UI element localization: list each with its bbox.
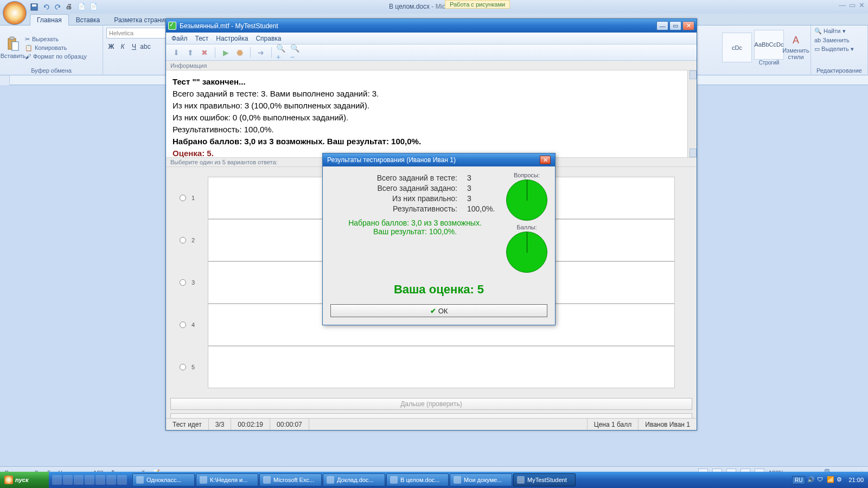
svg-rect-3	[10, 37, 14, 40]
task-4[interactable]: Доклад.doc...	[323, 473, 385, 486]
task-7[interactable]: MyTestStudent	[513, 473, 576, 486]
close-icon[interactable]: ✕	[859, 1, 865, 9]
ribbon-group-font: Helvetica Ж К Ч abc	[103, 25, 170, 75]
task-icon	[263, 476, 271, 484]
answer-radio-5[interactable]	[180, 364, 186, 370]
pie-points: Баллы:	[506, 224, 547, 273]
cut-button[interactable]: ✂Вырезать	[25, 36, 87, 43]
replace-label: Заменить	[822, 37, 849, 43]
office-button[interactable]	[3, 1, 27, 25]
tray-icon[interactable]: 🛡	[817, 476, 825, 484]
task-icon	[327, 476, 334, 484]
task-3[interactable]: Microsoft Exc...	[259, 473, 322, 486]
change-styles-button[interactable]: A Изменить стили	[786, 34, 806, 61]
find-button[interactable]: 🔍 Найти ▾	[814, 28, 846, 35]
restore-icon[interactable]: ▭	[849, 1, 856, 9]
select-button[interactable]: ▭ Выделить ▾	[814, 46, 854, 53]
ql-icon-1[interactable]	[52, 475, 62, 485]
tray-icon[interactable]: ⚙	[837, 476, 844, 484]
minimize-button[interactable]: —	[656, 21, 668, 30]
ql-icon-2[interactable]	[63, 475, 73, 485]
dlg-correct-val: 3	[467, 194, 500, 203]
status-time-remaining: 00:00:07	[270, 419, 309, 430]
tb-prev-icon[interactable]: ⬇	[170, 47, 182, 59]
tb-cancel-icon[interactable]: ✖	[199, 47, 210, 59]
menu-settings[interactable]: Настройка	[216, 35, 248, 42]
task-1[interactable]: Однокласс...	[132, 473, 195, 486]
task-label: В целом.doc...	[400, 477, 440, 483]
tb-play-icon[interactable]: ▶	[220, 47, 232, 59]
answer-radio-1[interactable]	[180, 195, 186, 201]
underline-button[interactable]: Ч	[129, 42, 139, 52]
answer-num-3: 3	[192, 279, 197, 286]
style-thumb-1[interactable]: сDс	[722, 33, 752, 62]
task-5[interactable]: В целом.doc...	[386, 473, 449, 486]
tb-zoom-in-icon[interactable]: 🔍+	[276, 47, 288, 59]
quick-access-toolbar: В целом.docx - Microsoft Word 🖨 📄 📄 Рабо…	[0, 0, 868, 14]
language-indicator[interactable]: RU	[792, 476, 805, 484]
contextual-tab-label[interactable]: Работа с рисунками	[445, 0, 510, 9]
answer-radio-2[interactable]	[180, 237, 186, 243]
strike-button[interactable]: abc	[141, 42, 150, 52]
task-label: Microsoft Exc...	[273, 477, 314, 483]
answer-radio-4[interactable]	[180, 322, 186, 328]
format-painter-button[interactable]: 🖌Формат по образцу	[25, 53, 87, 60]
mytest-titlebar[interactable]: Безымянный.mtf - MyTestStudent — ▭ ✕	[166, 19, 697, 33]
style-thumb-2[interactable]: AaBbCcDс	[754, 30, 784, 60]
task-label: К:\Неделя и...	[210, 477, 247, 483]
minimize-icon[interactable]: —	[839, 1, 846, 9]
check-icon: ✔	[430, 307, 436, 315]
change-styles-label: Изменить стили	[782, 47, 809, 60]
maximize-button[interactable]: ▭	[669, 21, 681, 30]
answer-radio-3[interactable]	[180, 279, 186, 286]
tray-icon[interactable]: 📶	[827, 476, 834, 484]
italic-button[interactable]: К	[118, 42, 127, 52]
tb-next-icon[interactable]: ⬆	[184, 47, 196, 59]
replace-button[interactable]: ab Заменить	[814, 37, 850, 43]
tab-insert[interactable]: Вставка	[69, 14, 107, 25]
ql-icon-3[interactable]	[74, 475, 84, 485]
status-progress: 3/3	[209, 419, 232, 430]
next-button[interactable]: Дальше (проверить)	[170, 398, 692, 410]
tray-clock[interactable]: 21:00	[848, 477, 864, 483]
ql-icon-7[interactable]	[117, 475, 127, 485]
tb-zoom-out-icon[interactable]: 🔍−	[290, 47, 302, 59]
task-6[interactable]: Мои докуме...	[450, 473, 512, 486]
menu-help[interactable]: Справка	[256, 35, 281, 42]
dlg-total-val: 3	[467, 174, 500, 182]
start-button[interactable]: пуск	[0, 472, 49, 488]
copy-icon: 📋	[25, 44, 33, 52]
font-name-combo[interactable]: Helvetica	[106, 28, 166, 38]
ruler-corner	[0, 75, 10, 85]
mytest-title: Безымянный.mtf - MyTestStudent	[180, 22, 278, 30]
bold-button[interactable]: Ж	[106, 42, 116, 52]
info-correct: Из них правильно: 3 (100,0% выполненых з…	[173, 101, 369, 110]
task-2[interactable]: К:\Неделя и...	[196, 473, 258, 486]
paste-button[interactable]: Вставить	[3, 34, 23, 61]
tray-icon[interactable]: 🔊	[807, 476, 815, 484]
tb-stop-icon[interactable]: ⬣	[234, 47, 246, 59]
menu-file[interactable]: Файл	[171, 35, 188, 42]
info-grade: Оценка: 5.	[173, 149, 214, 157]
taskbar-tasks: Однокласс... К:\Неделя и... Microsoft Ex…	[130, 472, 788, 488]
answer-box-5[interactable]	[208, 346, 675, 388]
tb-forward-icon[interactable]: ➔	[255, 47, 267, 59]
close-button[interactable]: ✕	[682, 21, 694, 30]
ql-icon-5[interactable]	[95, 475, 105, 485]
dialog-titlebar[interactable]: Результаты тестирования (Иванов Иван 1) …	[323, 153, 555, 166]
task-label: Однокласс...	[146, 477, 182, 483]
tab-home[interactable]: Главная	[30, 14, 69, 25]
ql-icon-4[interactable]	[85, 475, 94, 485]
menu-test[interactable]: Тест	[195, 35, 209, 42]
copy-button[interactable]: 📋Копировать	[25, 44, 87, 52]
status-price: Цена 1 балл	[588, 419, 639, 430]
ok-button[interactable]: ✔ОК	[330, 304, 547, 317]
ql-icon-6[interactable]	[106, 475, 116, 485]
word-title-doc: В целом.docx	[389, 3, 430, 10]
info-scrollbar[interactable]	[687, 70, 697, 157]
mytest-status-bar: Тест идет 3/3 00:02:19 00:00:07 Цена 1 б…	[166, 418, 697, 430]
format-painter-label: Формат по образцу	[33, 53, 87, 60]
start-label: пуск	[15, 477, 29, 483]
dialog-close-button[interactable]: ✕	[540, 156, 551, 164]
mytest-menubar: Файл Тест Настройка Справка	[166, 33, 697, 44]
